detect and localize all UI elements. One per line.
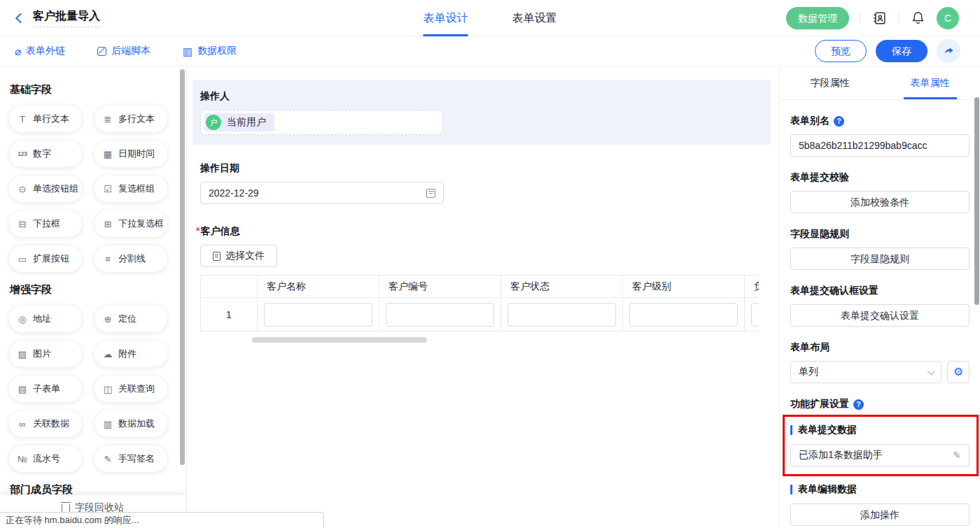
cell-customer-code — [379, 298, 501, 331]
back-button[interactable] — [11, 10, 27, 26]
field-item-data-load[interactable]: ▥数据加载 — [94, 411, 167, 437]
user-tag-icon: 户 — [206, 115, 221, 130]
tab-form-settings[interactable]: 表单设置 — [512, 0, 557, 36]
field-item-signature[interactable]: ✎手写签名 — [94, 445, 167, 472]
form-layout-label: 表单布局 — [790, 341, 969, 354]
submit-confirm-button[interactable]: 表单提交确认设置 — [790, 304, 969, 327]
signature-icon: ✎ — [102, 454, 113, 464]
multi-dropdown-icon: ⊞ — [102, 219, 113, 229]
help-icon[interactable] — [853, 399, 864, 410]
field-block-operation-date[interactable]: 操作日期 2022-12-29 — [200, 162, 771, 204]
subtable-data-row: 1 — [201, 298, 760, 331]
backend-script-link[interactable]: 后端脚本 — [97, 45, 150, 57]
customer-subtable: 客户名称 客户编号 客户状态 客户级别 负责人 1 — [200, 275, 759, 331]
add-operation-button[interactable]: 添加操作 — [790, 504, 969, 526]
field-item-location[interactable]: ⊕定位 — [94, 306, 167, 332]
operation-date-value: 2022-12-29 — [209, 187, 259, 199]
panel-scrollbar[interactable] — [974, 97, 979, 305]
page-title[interactable]: 客户批量导入 — [33, 9, 100, 27]
field-item-radio-group[interactable]: ⊙单选按钮组 — [9, 176, 82, 202]
form-external-link[interactable]: ⌀ 表单外链 — [15, 45, 65, 57]
add-validation-button[interactable]: 添加校验条件 — [790, 191, 969, 213]
sidebar-scrollbar[interactable] — [180, 69, 185, 465]
field-item-extend-button[interactable]: ▭扩展按钮 — [9, 245, 82, 272]
layout-select[interactable]: 单列 — [790, 361, 941, 383]
calendar-icon — [426, 189, 435, 198]
chevron-down-icon — [927, 367, 935, 375]
save-button[interactable]: 保存 — [876, 40, 927, 62]
field-item-relation-query[interactable]: ◫关联查询 — [94, 376, 167, 402]
choose-file-button[interactable]: 选择文件 — [200, 245, 277, 267]
edit-icon[interactable]: ✎ — [953, 450, 961, 461]
field-item-multi-dropdown[interactable]: ⊞下拉复选框 — [94, 211, 167, 237]
field-item-datetime[interactable]: ▦日期时间 — [94, 141, 167, 167]
tab-form-design[interactable]: 表单设计 — [424, 0, 468, 36]
field-item-number[interactable]: 123数字 — [9, 141, 82, 167]
operation-date-label: 操作日期 — [200, 162, 771, 175]
user-tag-label: 当前用户 — [227, 116, 266, 129]
field-block-customer-info[interactable]: *客户信息 选择文件 客户名称 客户编号 客户状态 客户级别 负责人 — [200, 225, 771, 343]
data-permission-link[interactable]: ▥ 数据权限 — [183, 45, 237, 57]
field-visibility-button[interactable]: 字段显隐规则 — [790, 248, 969, 270]
field-label: 关联数据 — [33, 418, 69, 430]
column-header-owner: 负责人 — [745, 276, 760, 298]
operator-input[interactable]: 户 当前用户 — [200, 110, 443, 135]
column-header-customer-code: 客户编号 — [379, 276, 501, 298]
operator-label: 操作人 — [200, 90, 763, 103]
field-item-dropdown[interactable]: ⊟下拉框 — [9, 211, 82, 237]
extension-settings-label-text: 功能扩展设置 — [790, 398, 849, 411]
dropdown-icon: ⊟ — [17, 219, 28, 229]
blue-bar-marker — [790, 485, 792, 494]
field-item-serial-number[interactable]: №流水号 — [9, 445, 82, 472]
customer-status-input[interactable] — [507, 303, 616, 327]
field-item-single-line-text[interactable]: T单行文本 — [9, 106, 82, 132]
serial-number-icon: № — [17, 454, 28, 464]
layout-settings-button[interactable]: ⚙ — [947, 361, 969, 383]
index-column-header — [201, 276, 258, 298]
datetime-icon: ▦ — [102, 149, 113, 159]
blue-bar-marker — [790, 425, 792, 435]
notification-bell-icon[interactable] — [909, 10, 926, 27]
help-icon[interactable] — [834, 116, 844, 127]
tab-form-properties[interactable]: 表单属性 — [911, 66, 950, 99]
field-item-subform[interactable]: ▤子表单 — [9, 376, 82, 402]
required-asterisk: * — [196, 225, 200, 236]
row-index: 1 — [201, 298, 258, 331]
share-arrow-icon — [943, 45, 955, 57]
cell-owner — [745, 298, 760, 331]
field-label: 流水号 — [33, 452, 60, 465]
operation-date-input[interactable]: 2022-12-29 — [200, 182, 444, 204]
submit-data-input[interactable]: 已添加1条数据助手 ✎ — [790, 444, 969, 466]
field-item-relation-data[interactable]: ∞关联数据 — [9, 411, 82, 437]
field-label: 下拉复选框 — [118, 217, 164, 230]
number-icon: 123 — [17, 150, 28, 157]
field-label: 日期时间 — [118, 148, 155, 160]
field-block-operator[interactable]: 操作人 户 当前用户 — [192, 80, 771, 145]
browser-status-bar: 正在等待 hm.baidu.com 的响应... — [0, 512, 324, 528]
preview-button[interactable]: 预览 — [815, 40, 867, 62]
form-toolbar: ⌀ 表单外链 后端脚本 ▥ 数据权限 预览 保存 — [0, 36, 980, 66]
customer-info-label-text: 客户信息 — [200, 225, 239, 236]
multi-line-text-icon: ≣ — [102, 114, 113, 124]
field-item-attachment[interactable]: ☁附件 — [94, 341, 167, 367]
backend-script-label: 后端脚本 — [111, 45, 150, 57]
data-manage-button[interactable]: 数据管理 — [786, 7, 849, 29]
field-item-divider-line[interactable]: ≡分割线 — [94, 245, 167, 272]
subtable-horizontal-scrollbar[interactable] — [252, 337, 427, 343]
column-header-customer-status: 客户状态 — [501, 276, 623, 298]
share-button[interactable] — [937, 39, 960, 63]
owner-input[interactable] — [751, 303, 759, 327]
field-item-multi-line-text[interactable]: ≣多行文本 — [94, 106, 167, 132]
customer-name-input[interactable] — [264, 303, 372, 327]
form-alias-value: 5b8a26b211b21299bab9cacc — [799, 140, 927, 151]
user-avatar[interactable]: C — [937, 7, 959, 29]
tab-field-properties[interactable]: 字段属性 — [811, 66, 850, 99]
customer-level-input[interactable] — [629, 303, 738, 327]
form-alias-input[interactable]: 5b8a26b211b21299bab9cacc — [790, 134, 969, 157]
customer-code-input[interactable] — [386, 303, 494, 327]
field-label: 手写签名 — [118, 452, 155, 465]
field-item-checkbox-group[interactable]: ☑复选框组 — [94, 176, 167, 202]
field-item-address[interactable]: ◎地址 — [9, 306, 82, 332]
contacts-icon[interactable] — [871, 10, 888, 27]
field-item-image[interactable]: ▨图片 — [9, 341, 82, 367]
